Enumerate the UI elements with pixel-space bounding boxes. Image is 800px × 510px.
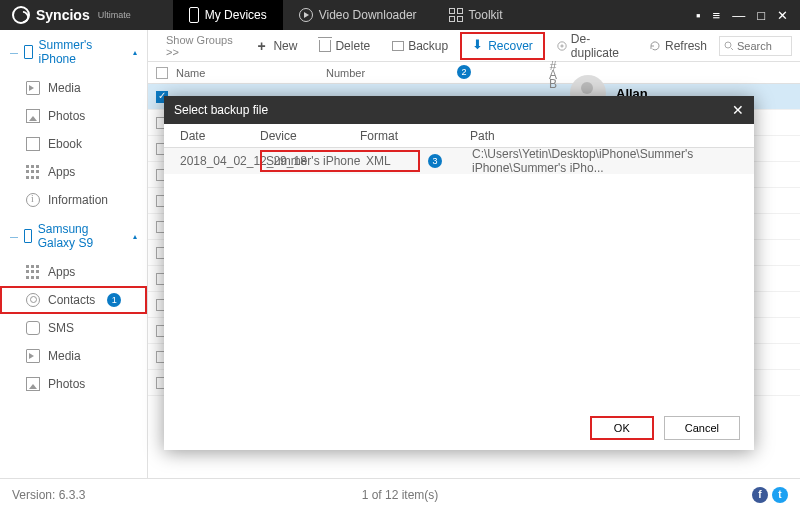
deduplicate-button[interactable]: De-duplicate — [547, 27, 637, 65]
phone-icon — [24, 45, 33, 59]
side-label: Photos — [48, 109, 85, 123]
backup-date: 2018_04_02_12_29_18 — [180, 154, 260, 168]
annotation-badge-1: 1 — [107, 293, 121, 307]
side-label: Media — [48, 349, 81, 363]
highlighted-backup-info: Summer's iPhone XML — [260, 150, 420, 172]
maximize-icon[interactable]: □ — [757, 8, 765, 23]
sidebar-item-apps-2[interactable]: Apps — [0, 258, 147, 286]
ebook-icon — [26, 137, 40, 151]
app-logo: Syncios Ultimate — [0, 6, 143, 24]
sidebar-item-information[interactable]: Information — [0, 186, 147, 214]
menu-icon[interactable]: ≡ — [713, 8, 721, 23]
sidebar-item-media[interactable]: Media — [0, 74, 147, 102]
device-summer-iphone[interactable]: — Summer's iPhone ▴ — [0, 30, 147, 74]
tab-label: Video Downloader — [319, 8, 417, 22]
chevron-up-icon: ▴ — [133, 48, 137, 57]
version-label: Version: 6.3.3 — [12, 488, 85, 502]
plus-icon: + — [257, 40, 269, 52]
side-label: Information — [48, 193, 108, 207]
device-samsung-s9[interactable]: — Samsung Galaxy S9 ▴ — [0, 214, 147, 258]
annotation-badge-2: 2 — [457, 65, 471, 79]
search-icon — [724, 41, 734, 51]
tab-video-downloader[interactable]: Video Downloader — [283, 0, 433, 30]
new-button[interactable]: +New — [247, 34, 307, 58]
search-box[interactable] — [719, 36, 792, 56]
col-path: Path — [470, 129, 750, 143]
backup-format: XML — [366, 154, 414, 168]
app-name: Syncios — [36, 7, 90, 23]
message-icon[interactable]: ▪ — [696, 8, 701, 23]
btn-label: Recover — [488, 39, 533, 53]
side-label: Media — [48, 81, 81, 95]
btn-label: De-duplicate — [571, 32, 627, 60]
phone-icon — [24, 229, 32, 243]
download-icon: ⬇ — [472, 40, 484, 52]
twitter-icon[interactable]: t — [772, 487, 788, 503]
refresh-icon — [649, 40, 661, 52]
col-format: Format — [360, 129, 408, 143]
photos-icon — [26, 377, 40, 391]
btn-label: Delete — [335, 39, 370, 53]
toolbar: Show Groups >> +New Delete Backup ⬇Recov… — [148, 30, 800, 62]
trash-icon — [319, 40, 331, 52]
tab-label: Toolkit — [469, 8, 503, 22]
collapse-icon: — — [10, 232, 18, 241]
collapse-icon: — — [10, 48, 18, 57]
modal-close-icon[interactable]: ✕ — [732, 102, 744, 118]
sidebar-item-photos-2[interactable]: Photos — [0, 370, 147, 398]
photos-icon — [26, 109, 40, 123]
ok-button[interactable]: OK — [590, 416, 654, 440]
sidebar-item-ebook[interactable]: Ebook — [0, 130, 147, 158]
btn-label: New — [273, 39, 297, 53]
tab-my-devices[interactable]: My Devices — [173, 0, 283, 30]
side-label: Apps — [48, 165, 75, 179]
sidebar-item-media-2[interactable]: Media — [0, 342, 147, 370]
minimize-icon[interactable]: — — [732, 8, 745, 23]
chevron-up-icon: ▴ — [133, 232, 137, 241]
modal-columns: Date Device Format Path — [164, 124, 754, 148]
item-count: 1 of 12 item(s) — [362, 488, 439, 502]
toolkit-icon — [449, 8, 463, 22]
col-number: Number — [326, 67, 365, 79]
tab-toolkit[interactable]: Toolkit — [433, 0, 519, 30]
alpha-index[interactable]: #AB — [546, 62, 560, 89]
annotation-badge-3: 3 — [428, 154, 442, 168]
sidebar-item-photos[interactable]: Photos — [0, 102, 147, 130]
info-icon — [26, 193, 40, 207]
backup-device: Summer's iPhone — [266, 154, 366, 168]
dedup-icon — [557, 40, 567, 52]
refresh-button[interactable]: Refresh — [639, 34, 717, 58]
syncios-icon — [12, 6, 30, 24]
search-input[interactable] — [737, 40, 787, 52]
backup-row[interactable]: 2018_04_02_12_29_18 Summer's iPhone XML … — [164, 148, 754, 174]
apps-icon — [26, 165, 40, 179]
show-groups-button[interactable]: Show Groups >> — [156, 34, 245, 58]
sidebar-item-contacts[interactable]: Contacts 1 — [0, 286, 147, 314]
recover-button[interactable]: ⬇Recover — [460, 32, 545, 60]
device-name: Samsung Galaxy S9 — [38, 222, 127, 250]
contacts-icon — [26, 293, 40, 307]
delete-button[interactable]: Delete — [309, 34, 380, 58]
backup-button[interactable]: Backup — [382, 34, 458, 58]
sidebar-item-apps[interactable]: Apps — [0, 158, 147, 186]
close-icon[interactable]: ✕ — [777, 8, 788, 23]
side-label: Apps — [48, 265, 75, 279]
btn-label: Backup — [408, 39, 448, 53]
facebook-icon[interactable]: f — [752, 487, 768, 503]
sms-icon — [26, 321, 40, 335]
col-device: Device — [260, 129, 360, 143]
select-all-checkbox[interactable] — [156, 67, 168, 79]
device-icon — [189, 7, 199, 23]
cancel-button[interactable]: Cancel — [664, 416, 740, 440]
col-date: Date — [180, 129, 260, 143]
status-bar: Version: 6.3.3 1 of 12 item(s) f t — [0, 478, 800, 510]
sidebar-item-sms[interactable]: SMS — [0, 314, 147, 342]
media-icon — [26, 81, 40, 95]
device-name: Summer's iPhone — [39, 38, 127, 66]
backup-icon — [392, 41, 404, 51]
tab-label: My Devices — [205, 8, 267, 22]
side-label: Contacts — [48, 293, 95, 307]
side-label: Ebook — [48, 137, 82, 151]
btn-label: Refresh — [665, 39, 707, 53]
media-icon — [26, 349, 40, 363]
